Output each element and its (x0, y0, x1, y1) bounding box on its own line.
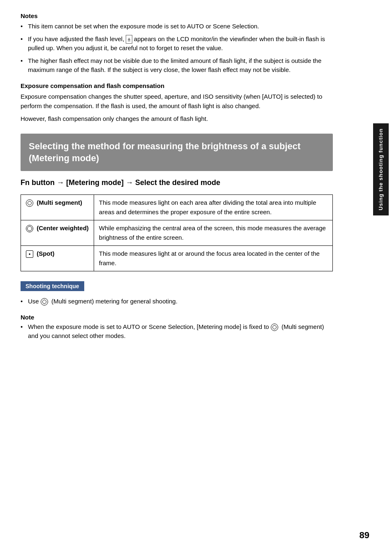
main-title: Selecting the method for measuring the b… (29, 140, 325, 164)
note-heading: Note (21, 314, 333, 321)
table-row: (Spot) This mode measures light at or ar… (21, 246, 333, 271)
metering-table: (Multi segment) This mode measures light… (21, 194, 333, 271)
fn-heading: Fn button → [Metering mode] → Select the… (21, 178, 333, 188)
table-cell-label-3: (Spot) (21, 246, 94, 271)
table-label-3: (Spot) (37, 250, 54, 257)
table-cell-desc-3: This mode measures light at or around th… (94, 246, 332, 271)
exposure-paragraph2: However, flash compensation only changes… (21, 114, 333, 123)
center-weighted-icon (26, 225, 33, 232)
notes-item-1: This item cannot be set when the exposur… (21, 22, 333, 31)
page-number: 89 (360, 530, 369, 541)
multi-segment-icon-3 (271, 324, 278, 331)
shooting-technique-item: Use (Multi segment) metering for general… (21, 297, 333, 306)
sidebar: Using the shooting function (369, 0, 392, 553)
main-title-box: Selecting the method for measuring the b… (21, 134, 333, 171)
note-list: When the exposure mode is set to AUTO or… (21, 322, 333, 341)
note-item-1: When the exposure mode is set to AUTO or… (21, 322, 333, 341)
table-cell-label-2: (Center weighted) (21, 220, 94, 246)
spot-icon (26, 250, 33, 258)
notes-list: This item cannot be set when the exposur… (21, 22, 333, 75)
shooting-technique-list: Use (Multi segment) metering for general… (21, 297, 333, 306)
exposure-heading: Exposure compensation and flash compensa… (21, 82, 333, 89)
multi-segment-icon (26, 199, 33, 207)
table-cell-label-1: (Multi segment) (21, 195, 94, 220)
flash-icon: ± (126, 35, 132, 44)
sidebar-label: Using the shooting function (378, 128, 384, 211)
sidebar-bar: Using the shooting function (373, 123, 389, 215)
notes-item-3: The higher flash effect may not be visib… (21, 56, 333, 75)
exposure-paragraph1: Exposure compensation changes the shutte… (21, 92, 333, 111)
shooting-technique-badge: Shooting technique (21, 281, 333, 297)
table-label-2: (Center weighted) (37, 224, 89, 231)
table-row: (Multi segment) This mode measures light… (21, 195, 333, 220)
table-label-1: (Multi segment) (37, 199, 82, 206)
table-row: (Center weighted) While emphasizing the … (21, 220, 333, 246)
notes-heading: Notes (21, 12, 333, 19)
shooting-technique-label: Shooting technique (21, 281, 84, 291)
multi-segment-icon-2 (41, 298, 48, 305)
table-cell-desc-1: This mode measures light on each area af… (94, 195, 332, 220)
notes-item-2: If you have adjusted the flash level, ± … (21, 35, 333, 53)
table-cell-desc-2: While emphasizing the central area of th… (94, 220, 332, 246)
